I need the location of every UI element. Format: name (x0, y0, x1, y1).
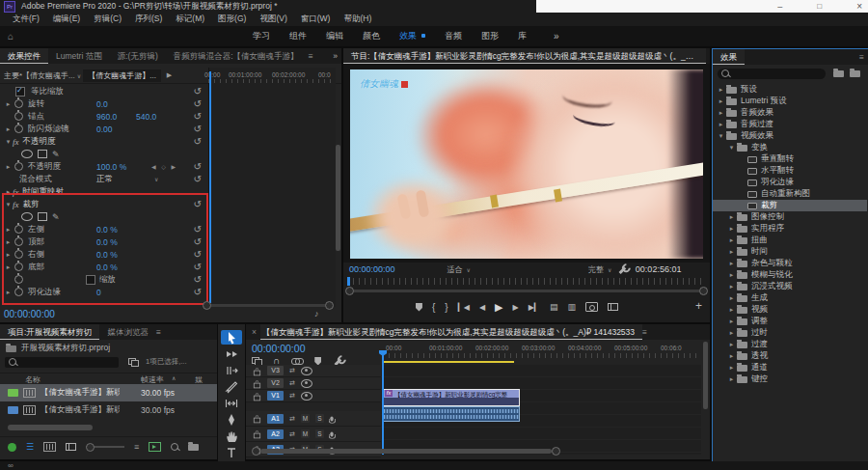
sort-icon[interactable]: ≡ (134, 442, 139, 452)
disclosure-icon[interactable] (717, 97, 725, 105)
effects-tree-item[interactable]: 杂色与颗粒 (713, 258, 867, 269)
track-target-button[interactable]: V2 (267, 378, 284, 388)
rect-mask-icon[interactable] (38, 212, 47, 221)
mute-button[interactable]: M (301, 429, 310, 438)
ellipse-mask-icon[interactable] (21, 212, 33, 221)
reset-icon[interactable]: ↺ (194, 273, 202, 286)
disclosure-icon[interactable] (717, 132, 725, 140)
mark-in-icon[interactable]: { (432, 302, 435, 313)
reset-icon[interactable]: ↺ (194, 135, 202, 148)
ec-timecode[interactable]: 00:00:00:00 (4, 309, 55, 319)
extract-icon[interactable]: ▥ (568, 302, 577, 312)
effects-tree-item[interactable]: 过时 (713, 327, 867, 339)
program-timecode[interactable]: 00:00:00:00 (349, 264, 395, 274)
effects-tree-item[interactable]: 预设 (713, 84, 867, 96)
effects-tree-item[interactable]: 裁剪 (713, 200, 867, 211)
checkbox-icon[interactable] (86, 275, 95, 285)
disclosure-icon[interactable] (727, 364, 736, 372)
new-preset-bin-icon[interactable] (850, 70, 860, 77)
param-value[interactable]: 0 (96, 288, 101, 297)
zoom-handle-right[interactable] (699, 287, 708, 295)
effects-tree-item[interactable]: 过渡 (713, 339, 867, 350)
panel-menu-icon[interactable]: ≡ (309, 51, 313, 61)
resolution-select[interactable]: 完整 (588, 264, 604, 275)
panel-tab[interactable]: Lumetri 范围 (48, 48, 110, 64)
stopwatch-icon[interactable] (14, 250, 23, 259)
param-value[interactable]: 960.0 (96, 112, 117, 122)
param-value[interactable]: 0.0 % (96, 263, 118, 272)
lock-icon[interactable] (254, 395, 260, 401)
mute-button[interactable]: M (301, 414, 310, 423)
stopwatch-icon[interactable] (14, 124, 23, 133)
disclosure-icon[interactable] (727, 352, 736, 360)
menu-item[interactable]: 视图(V) (253, 14, 293, 25)
slip-tool[interactable] (221, 396, 242, 410)
disclosure-icon[interactable] (717, 109, 725, 117)
ec-row-uniform-scale[interactable]: 等比缩放↺ (0, 85, 206, 97)
disclosure-icon[interactable] (717, 86, 725, 94)
blend-mode-select[interactable]: 正常 (96, 174, 113, 185)
close-tab-icon[interactable]: × (252, 327, 257, 337)
track-target-button[interactable]: V3 (267, 366, 284, 375)
reset-icon[interactable]: ↺ (194, 160, 202, 173)
reset-icon[interactable]: ↺ (194, 173, 202, 185)
effects-tree-item[interactable]: 模糊与锐化 (713, 269, 867, 281)
pen-tool[interactable] (221, 412, 242, 427)
ec-row-anchor[interactable]: 锚点960.0540.0↺ (0, 110, 206, 123)
track-target-button[interactable]: V1 (267, 391, 284, 401)
ec-row-crop-right[interactable]: ▸右侧0.0 %↺ (0, 248, 206, 261)
effects-tree-item[interactable]: 图像控制 (713, 211, 867, 223)
effects-tree-item[interactable]: 沉浸式视频 (713, 281, 867, 292)
search-in-icon[interactable] (128, 358, 138, 366)
effects-tree-item[interactable]: 音频过渡 (713, 119, 867, 130)
stopwatch-icon[interactable] (14, 288, 23, 296)
effects-tree-item[interactable]: 生成 (713, 292, 867, 304)
panel-tab[interactable]: 媒体浏览器 (99, 324, 156, 340)
menu-item[interactable]: 剪辑(C) (87, 14, 128, 25)
timeline-playhead[interactable] (382, 353, 384, 455)
nest-insert-icon[interactable] (252, 357, 261, 365)
pen-mask-icon[interactable]: ✎ (52, 150, 60, 159)
panel-menu-icon[interactable]: ≡ (859, 52, 868, 62)
keyframe-nav-icons[interactable]: ◀ ◇ ▶ (151, 163, 177, 170)
reset-icon[interactable]: ↺ (194, 248, 202, 261)
param-value[interactable]: 0.0 % (96, 225, 118, 235)
effects-tree-item[interactable]: 扭曲 (713, 235, 867, 246)
workspace-tab[interactable]: 编辑 (316, 30, 353, 42)
track-select-forward-tool[interactable] (221, 346, 242, 361)
effects-tree-item[interactable]: 垂直翻转 (713, 153, 867, 165)
linked-selection-icon[interactable] (291, 358, 303, 365)
ec-group-time-remap[interactable]: ▸fx时间重映射 (0, 185, 206, 198)
sync-lock-icon[interactable]: ⇄ (289, 367, 295, 374)
mark-out-icon[interactable]: } (445, 302, 448, 313)
ec-row-crop-top[interactable]: ▸顶部0.0 %↺ (0, 235, 206, 248)
panel-tab[interactable]: 效果控件 (0, 48, 48, 64)
reset-icon[interactable]: ↺ (194, 261, 202, 273)
disclosure-icon[interactable] (727, 329, 736, 337)
zoom-handle-left[interactable] (203, 301, 211, 310)
video-track-header[interactable]: V2 ⇄ (246, 377, 381, 390)
menu-item[interactable]: 帮助(H) (337, 14, 378, 25)
effects-tree-item[interactable]: 透视 (713, 350, 867, 362)
effects-tree-item[interactable]: 音频效果 (713, 107, 867, 119)
step-back-icon[interactable]: ◀ (479, 303, 485, 312)
comparison-view-icon[interactable] (608, 303, 618, 311)
timeline-v-scrollbar[interactable] (703, 342, 708, 409)
project-writable-icon[interactable] (8, 443, 16, 452)
lock-icon[interactable] (254, 382, 260, 388)
panel-menu-icon[interactable]: ≡ (156, 327, 161, 337)
track-output-eye-icon[interactable] (301, 379, 312, 388)
ec-row-rotation[interactable]: ▸旋转0.0↺ (0, 97, 206, 110)
solo-button[interactable]: S (315, 429, 324, 438)
lock-icon[interactable] (254, 418, 260, 424)
ec-zoom-bar[interactable] (203, 301, 334, 309)
disclosure-icon[interactable] (727, 294, 736, 302)
param-value[interactable]: 0.00 (96, 124, 113, 134)
stopwatch-icon[interactable] (14, 162, 23, 171)
step-forward-icon[interactable]: ▶ (513, 303, 519, 312)
timeline-h-scrollbar[interactable] (252, 447, 560, 455)
ec-row-opacity[interactable]: ▸不透明度100.0 %◀ ◇ ▶↺ (0, 160, 206, 173)
project-item-row[interactable]: 【倩女幽魂手游】新职 30.00 fps (0, 384, 217, 401)
ec-row-crop-bottom[interactable]: ▸底部0.0 %↺ (0, 261, 206, 273)
menu-item[interactable]: 编辑(E) (46, 14, 87, 25)
